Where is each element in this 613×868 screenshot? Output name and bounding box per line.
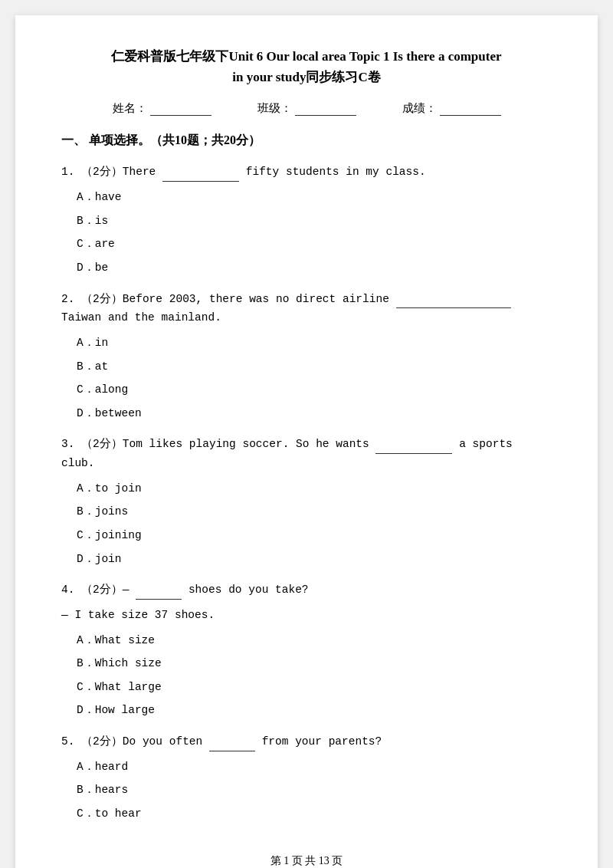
q1-number: 1. (61, 166, 74, 178)
question-4: 4. （2分）— shoes do you take? — I take siz… (61, 580, 552, 720)
q2-blank (396, 296, 511, 308)
score-blank (440, 102, 501, 116)
q1-option-c: C．are (61, 235, 552, 254)
q2-option-d: D．between (61, 404, 552, 423)
question-3: 3. （2分）Tom likes playing soccer. So he w… (61, 435, 552, 568)
q1-option-b: B．is (61, 212, 552, 231)
q1-option-d: D．be (61, 258, 552, 278)
question-4-text: 4. （2分）— shoes do you take? (61, 580, 552, 600)
q3-option-c: C．joining (61, 526, 552, 545)
q2-option-b: B．at (61, 357, 552, 376)
question-1: 1. （2分）There fifty students in my class.… (61, 163, 552, 277)
q5-number: 5. (61, 735, 74, 748)
q4-option-b: B．Which size (61, 654, 552, 673)
exam-page: 仁爱科普版七年级下Unit 6 Our local area Topic 1 I… (15, 15, 598, 868)
question-5-text: 5. （2分）Do you often from your parents? (61, 732, 552, 751)
q5-option-c: C．to hear (61, 804, 552, 824)
q4-number: 4. (61, 584, 74, 596)
q1-blank (162, 169, 239, 182)
q5-blank (209, 739, 255, 751)
question-1-text: 1. （2分）There fifty students in my class. (61, 163, 552, 182)
q3-option-d: D．join (61, 550, 552, 569)
q3-option-a: A．to join (61, 479, 552, 498)
q4-option-c: C．What large (61, 678, 552, 697)
q4-option-d: D．How large (61, 701, 552, 720)
q3-score: （2分） (81, 438, 123, 450)
q2-option-a: A．in (61, 334, 552, 353)
q5-option-a: A．heard (61, 758, 552, 777)
q4-option-a: A．What size (61, 631, 552, 650)
page-footer: 第 1 页 共 13 页 (61, 854, 552, 868)
q3-blank (375, 442, 452, 454)
title-line2: in your study同步练习C卷 (61, 67, 552, 87)
name-field: 姓名： (113, 101, 211, 116)
question-2-text: 2. （2分）Before 2003, there was no direct … (61, 290, 552, 327)
score-label: 成绩： (402, 101, 437, 116)
class-label: 班级： (257, 101, 292, 116)
q3-option-b: B．joins (61, 502, 552, 521)
q2-option-c: C．along (61, 380, 552, 399)
class-blank (295, 102, 356, 116)
q5-option-b: B．hears (61, 781, 552, 800)
class-field: 班级： (257, 101, 356, 116)
question-2: 2. （2分）Before 2003, there was no direct … (61, 290, 552, 423)
question-5: 5. （2分）Do you often from your parents? A… (61, 732, 552, 824)
page-title: 仁爱科普版七年级下Unit 6 Our local area Topic 1 I… (61, 46, 552, 87)
q1-score: （2分） (81, 166, 123, 178)
score-field: 成绩： (402, 101, 501, 116)
q4-score: （2分） (81, 584, 123, 596)
q4-blank (136, 587, 182, 600)
q1-option-a: A．have (61, 188, 552, 207)
q5-score: （2分） (81, 735, 123, 748)
q3-number: 3. (61, 438, 74, 450)
section1-header: 一、 单项选择。（共10题；共20分） (61, 133, 552, 149)
footer-text: 第 1 页 共 13 页 (270, 855, 343, 866)
title-line1: 仁爱科普版七年级下Unit 6 Our local area Topic 1 I… (61, 46, 552, 67)
q2-score: （2分） (81, 293, 123, 305)
name-label: 姓名： (113, 101, 147, 116)
q2-number: 2. (61, 293, 74, 305)
question-3-text: 3. （2分）Tom likes playing soccer. So he w… (61, 435, 552, 472)
name-blank (150, 102, 211, 116)
question-4-sub: — I take size 37 shoes. (61, 606, 552, 625)
info-row: 姓名： 班级： 成绩： (61, 101, 552, 116)
